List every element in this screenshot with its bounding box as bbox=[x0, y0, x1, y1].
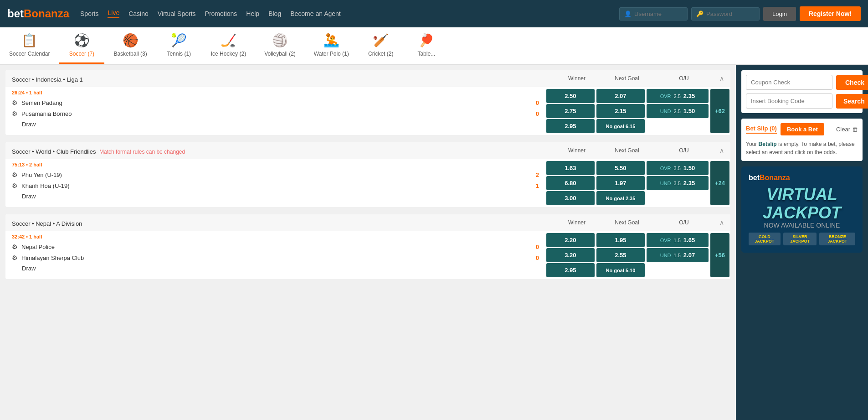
more-btn-1[interactable]: +24 bbox=[710, 161, 729, 205]
check-button[interactable]: Check bbox=[836, 75, 868, 90]
password-input[interactable] bbox=[706, 10, 755, 17]
login-button[interactable]: Login bbox=[763, 7, 796, 21]
key-icon: 🔑 bbox=[696, 10, 704, 17]
logo-bet: bet bbox=[7, 7, 24, 20]
nav-virtual-sports[interactable]: Virtual Sports bbox=[158, 10, 196, 17]
match-block-0: Soccer • Indonesia • Liga 1 Winner Next … bbox=[5, 70, 730, 135]
odds-nextgoal-2-0[interactable]: 1.95 bbox=[596, 233, 645, 247]
odds-ou-2-1[interactable]: UND 1.5 2.07 bbox=[647, 248, 709, 262]
ou-type-2-0: OVR bbox=[660, 238, 671, 243]
odds-nextgoal-col-2: 1.95 2.55 No goal 5.10 bbox=[596, 231, 646, 279]
match-header-1: Soccer • World • Club Friendlies Match f… bbox=[5, 142, 730, 159]
odds-ou-1-0[interactable]: OVR 3.5 1.50 bbox=[647, 161, 709, 175]
team1-name-1: Phu Yen (U-19) bbox=[21, 171, 526, 178]
main-nav: Sports Live Casino Virtual Sports Promot… bbox=[80, 9, 619, 18]
match-time-1: 75:13 • 2 half bbox=[12, 162, 539, 167]
odds-winner-2-1[interactable]: 3.20 bbox=[546, 248, 595, 262]
book-bet-button[interactable]: Book a Bet bbox=[781, 123, 824, 135]
team2-row-1: ⚙ Khanh Hoa (U-19) 1 bbox=[12, 180, 539, 191]
match-time-0: 26:24 • 1 half bbox=[12, 90, 539, 95]
tab-cricket[interactable]: 🏏 Cricket (2) bbox=[358, 27, 404, 64]
odds-nextgoal-0-2[interactable]: No goal 6.15 bbox=[596, 119, 645, 133]
team2-row-0: ⚙ Pusamania Borneo 0 bbox=[12, 108, 539, 119]
coupon-input[interactable] bbox=[746, 75, 832, 90]
nav-live[interactable]: Live bbox=[108, 9, 119, 18]
tab-soccer[interactable]: ⚽ Soccer (7) bbox=[59, 27, 104, 64]
odds-winner-0-0[interactable]: 2.50 bbox=[546, 89, 595, 103]
odds-winner-1-0[interactable]: 1.63 bbox=[546, 161, 595, 175]
odds-nextgoal-0-0[interactable]: 2.07 bbox=[596, 89, 645, 103]
user-icon: 👤 bbox=[624, 10, 632, 17]
tab-volleyball[interactable]: 🏐 Volleyball (2) bbox=[255, 27, 305, 64]
betslip-section: Bet Slip (0) Book a Bet Clear 🗑 Your Bet… bbox=[741, 119, 863, 161]
clear-button[interactable]: Clear 🗑 bbox=[836, 126, 858, 133]
tab-ice-hockey-label: Ice Hockey (2) bbox=[211, 51, 246, 57]
ou-val-0-1: 1.50 bbox=[683, 108, 695, 114]
odds-nextgoal-1-1[interactable]: 1.97 bbox=[596, 176, 645, 190]
register-button[interactable]: Register Now! bbox=[800, 6, 861, 21]
tab-water-polo[interactable]: 🤽 Water Polo (1) bbox=[305, 27, 358, 64]
team1-icon-2: ⚙ bbox=[12, 243, 18, 250]
col-nextgoal-2: Next Goal bbox=[602, 219, 652, 226]
nav-sports[interactable]: Sports bbox=[80, 10, 98, 17]
odds-nextgoal-2-2[interactable]: No goal 5.10 bbox=[596, 263, 645, 277]
cricket-icon: 🏏 bbox=[373, 33, 389, 48]
ou-val-1-0: 1.50 bbox=[683, 165, 695, 171]
match-header-0: Soccer • Indonesia • Liga 1 Winner Next … bbox=[5, 70, 730, 87]
match-league-1: Soccer • World • Club Friendlies Match f… bbox=[12, 148, 552, 155]
nav-help[interactable]: Help bbox=[246, 10, 259, 17]
odds-winner-2-2[interactable]: 2.95 bbox=[546, 263, 595, 277]
tab-soccer-calendar[interactable]: 📋 Soccer Calendar bbox=[0, 27, 59, 64]
nav-become-agent[interactable]: Become an Agent bbox=[290, 10, 341, 17]
odds-nextgoal-1-2[interactable]: No goal 2.35 bbox=[596, 191, 645, 205]
nav-casino[interactable]: Casino bbox=[128, 10, 149, 17]
team1-score-0: 0 bbox=[530, 99, 539, 106]
odds-nextgoal-2-1[interactable]: 2.55 bbox=[596, 248, 645, 262]
team1-row-2: ⚙ Nepal Police 0 bbox=[12, 241, 539, 252]
tab-basketball[interactable]: 🏀 Basketball (3) bbox=[104, 27, 156, 64]
jackpot-title: VIRTUALJACKPOT bbox=[749, 186, 855, 222]
team2-score-1: 1 bbox=[530, 182, 539, 189]
header-auth: 👤 🔑 Login Register Now! bbox=[619, 6, 861, 21]
ou-val-2-1: 2.07 bbox=[683, 252, 695, 259]
odds-ou-0-1[interactable]: UND 2.5 1.50 bbox=[647, 104, 709, 118]
more-btn-2[interactable]: +56 bbox=[710, 233, 729, 277]
ou-line-2-1: 1.5 bbox=[674, 253, 681, 258]
search-button[interactable]: Search bbox=[836, 94, 868, 109]
odds-nextgoal-0-1[interactable]: 2.15 bbox=[596, 104, 645, 118]
nav-promotions[interactable]: Promotions bbox=[205, 10, 237, 17]
betslip-highlight: Betslip bbox=[759, 141, 777, 147]
more-btn-0[interactable]: +62 bbox=[710, 89, 729, 133]
tab-ice-hockey[interactable]: 🏒 Ice Hockey (2) bbox=[202, 27, 255, 64]
team1-name-2: Nepal Police bbox=[21, 244, 526, 250]
jackpot-subtitle: NOW AVAILABLE ONLINE bbox=[749, 222, 855, 229]
odds-winner-2-0[interactable]: 2.20 bbox=[546, 233, 595, 247]
odds-winner-1-1[interactable]: 6.80 bbox=[546, 176, 595, 190]
collapse-icon-1[interactable]: ∧ bbox=[719, 147, 724, 154]
nav-blog[interactable]: Blog bbox=[268, 10, 281, 17]
odds-ou-2-0[interactable]: OVR 1.5 1.65 bbox=[647, 233, 709, 247]
ou-type-2-1: UND bbox=[660, 253, 671, 258]
match-warning-1: Match format rules can be changed bbox=[99, 149, 185, 155]
odds-winner-0-2[interactable]: 2.95 bbox=[546, 119, 595, 133]
odds-winner-0-1[interactable]: 2.75 bbox=[546, 104, 595, 118]
tab-tennis[interactable]: 🎾 Tennis (1) bbox=[156, 27, 202, 64]
team2-score-2: 0 bbox=[530, 254, 539, 261]
tab-table[interactable]: 🏓 Table... bbox=[404, 27, 449, 64]
booking-code-input[interactable] bbox=[746, 93, 832, 109]
username-input[interactable] bbox=[634, 10, 683, 17]
collapse-icon-2[interactable]: ∧ bbox=[719, 219, 724, 226]
odds-winner-1-2[interactable]: 3.00 bbox=[546, 191, 595, 205]
tab-soccer-calendar-label: Soccer Calendar bbox=[9, 51, 50, 57]
odds-nextgoal-1-0[interactable]: 5.50 bbox=[596, 161, 645, 175]
ou-type-1-0: OVR bbox=[660, 166, 671, 171]
jackpot-logo-bet: bet bbox=[749, 174, 760, 181]
username-field-wrapper: 👤 bbox=[619, 7, 688, 21]
collapse-icon-0[interactable]: ∧ bbox=[719, 75, 724, 82]
col-headers-1: Winner Next Goal O/U ∧ bbox=[552, 147, 724, 156]
odds-ou-1-1[interactable]: UND 3.5 2.35 bbox=[647, 176, 709, 190]
soccer-calendar-icon: 📋 bbox=[21, 33, 37, 48]
odds-ou-0-0[interactable]: OVR 2.5 2.35 bbox=[647, 89, 709, 103]
ou-type-0-0: OVR bbox=[660, 93, 671, 99]
betslip-tab[interactable]: Bet Slip (0) bbox=[746, 125, 777, 134]
